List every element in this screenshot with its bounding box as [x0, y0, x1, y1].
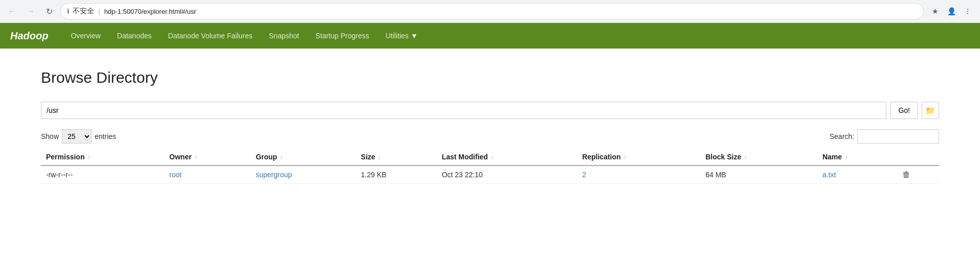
bookmark-button[interactable]: ★	[928, 4, 942, 18]
folder-button[interactable]: 📁	[922, 102, 939, 119]
dropdown-caret-icon: ▼	[411, 32, 418, 40]
page-title: Browse Directory	[41, 69, 939, 86]
delete-icon[interactable]: 🗑	[902, 170, 910, 179]
owner-link[interactable]: root	[169, 171, 182, 179]
nav-links: Overview Datanodes Datanode Volume Failu…	[63, 25, 425, 47]
security-label: 不安全	[73, 7, 94, 16]
cell-group: supergroup	[251, 166, 356, 184]
col-group[interactable]: Group ↕	[251, 149, 356, 166]
path-input[interactable]	[41, 102, 886, 119]
cell-size: 1.29 KB	[356, 166, 437, 184]
table-header-row: Permission ↕ Owner ↕ Group ↕	[41, 149, 939, 166]
profile-button[interactable]: 👤	[944, 4, 959, 18]
menu-button[interactable]: ⋮	[961, 4, 975, 18]
data-table: Permission ↕ Owner ↕ Group ↕	[41, 149, 939, 184]
search-input[interactable]	[857, 129, 939, 144]
cell-block-size: 64 MB	[700, 166, 817, 184]
sort-icon-owner: ↕	[195, 154, 197, 160]
sort-icon-name: ↕	[845, 154, 848, 160]
nav-link-utilities[interactable]: Utilities ▼	[378, 25, 425, 47]
toolbar-actions: ★ 👤 ⋮	[928, 4, 975, 18]
nav-link-datanode-volume-failures[interactable]: Datanode Volume Failures	[161, 25, 260, 47]
show-label: Show	[41, 132, 59, 140]
security-icon: ℹ	[67, 8, 70, 15]
show-entries: Show 10 25 50 100 entries	[41, 129, 116, 144]
col-permission[interactable]: Permission ↕	[41, 149, 164, 166]
group-link[interactable]: supergroup	[256, 171, 292, 179]
cell-owner: root	[164, 166, 251, 184]
col-name[interactable]: Name ↕	[817, 149, 898, 166]
col-replication[interactable]: Replication ↕	[577, 149, 700, 166]
sort-icon-last-modified: ↕	[491, 154, 494, 160]
path-row: Go! 📁	[41, 102, 939, 119]
cell-name: a.txt	[817, 166, 898, 184]
controls-row: Show 10 25 50 100 entries Search:	[41, 129, 939, 144]
file-link[interactable]: a.txt	[822, 171, 836, 179]
search-row: Search:	[830, 129, 939, 144]
forward-button[interactable]: →	[24, 4, 38, 18]
url-text[interactable]: hdp-1:50070/explorer.html#/usr	[104, 8, 917, 15]
col-block-size[interactable]: Block Size ↕	[700, 149, 817, 166]
sort-icon-block-size: ↕	[744, 154, 747, 160]
folder-icon: 📁	[925, 106, 936, 115]
browser-chrome: ← → ↻ ℹ 不安全 | hdp-1:50070/explorer.html#…	[0, 0, 980, 23]
replication-link[interactable]: 2	[582, 171, 586, 179]
back-button[interactable]: ←	[5, 4, 19, 18]
nav-link-overview[interactable]: Overview	[63, 25, 107, 47]
sort-icon-group: ↕	[280, 154, 283, 160]
sort-icon-replication: ↕	[624, 154, 627, 160]
navbar: Hadoop Overview Datanodes Datanode Volum…	[0, 23, 980, 49]
nav-link-snapshot[interactable]: Snapshot	[262, 25, 306, 47]
entries-label: entries	[95, 132, 116, 140]
go-button[interactable]: Go!	[890, 102, 918, 119]
reload-button[interactable]: ↻	[42, 4, 56, 18]
nav-link-datanodes[interactable]: Datanodes	[110, 25, 159, 47]
sort-icon-permission: ↕	[87, 154, 90, 160]
search-label: Search:	[830, 132, 854, 140]
col-actions	[897, 149, 939, 166]
address-bar: ℹ 不安全 | hdp-1:50070/explorer.html#/usr	[60, 3, 924, 19]
cell-permission: -rw-r--r--	[41, 166, 164, 184]
table-row: -rw-r--r-- root supergroup 1.29 KB Oct 2…	[41, 166, 939, 184]
nav-link-startup-progress[interactable]: Startup Progress	[308, 25, 376, 47]
cell-replication: 2	[577, 166, 700, 184]
cell-delete: 🗑	[897, 166, 939, 184]
col-last-modified[interactable]: Last Modified ↕	[437, 149, 577, 166]
col-owner[interactable]: Owner ↕	[164, 149, 251, 166]
navbar-brand[interactable]: Hadoop	[10, 30, 48, 42]
col-size[interactable]: Size ↕	[356, 149, 437, 166]
sort-icon-size: ↕	[378, 154, 381, 160]
browser-toolbar: ← → ↻ ℹ 不安全 | hdp-1:50070/explorer.html#…	[0, 0, 980, 22]
entries-select[interactable]: 10 25 50 100	[62, 129, 92, 144]
cell-last-modified: Oct 23 22:10	[437, 166, 577, 184]
main-content: Browse Directory Go! 📁 Show 10 25 50 100…	[0, 49, 980, 204]
